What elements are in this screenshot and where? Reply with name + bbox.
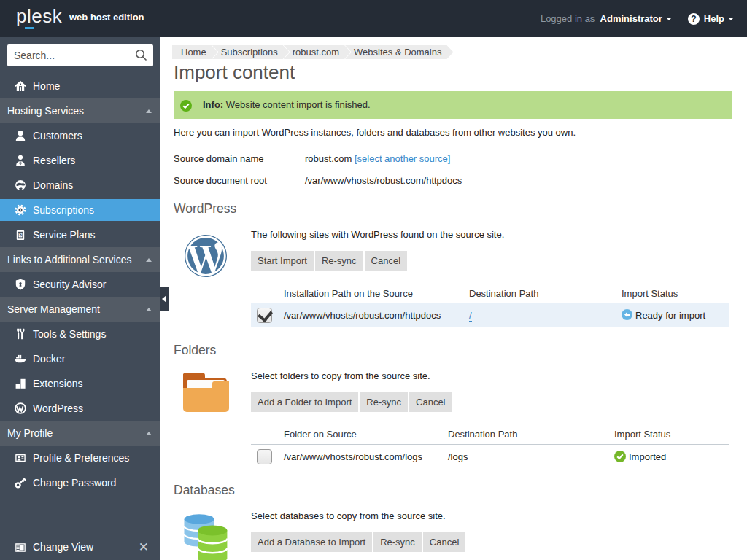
svg-text:$: $: [19, 232, 22, 238]
